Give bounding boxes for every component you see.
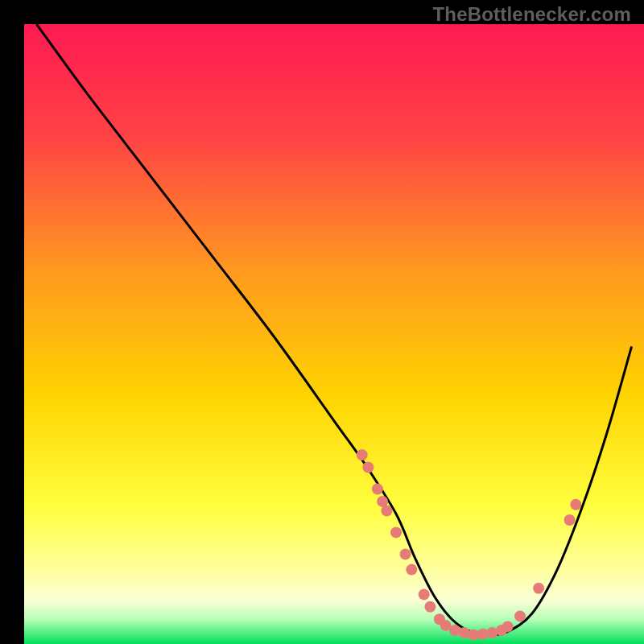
data-point xyxy=(502,621,514,632)
gradient-background xyxy=(24,24,644,644)
data-point xyxy=(424,601,436,613)
bottleneck-chart xyxy=(24,24,644,644)
data-point xyxy=(362,462,374,473)
data-point xyxy=(564,514,576,526)
data-point xyxy=(390,526,402,538)
data-point xyxy=(570,499,581,510)
chart-frame xyxy=(12,12,632,632)
data-point xyxy=(459,627,470,638)
data-point xyxy=(533,583,544,594)
data-point xyxy=(357,449,368,460)
data-point xyxy=(419,588,430,600)
data-point xyxy=(514,610,526,621)
data-point xyxy=(381,506,392,517)
data-point xyxy=(406,564,417,576)
data-point xyxy=(400,548,411,559)
watermark-text: TheBottlenecker.com xyxy=(432,3,631,26)
data-point xyxy=(372,484,383,495)
